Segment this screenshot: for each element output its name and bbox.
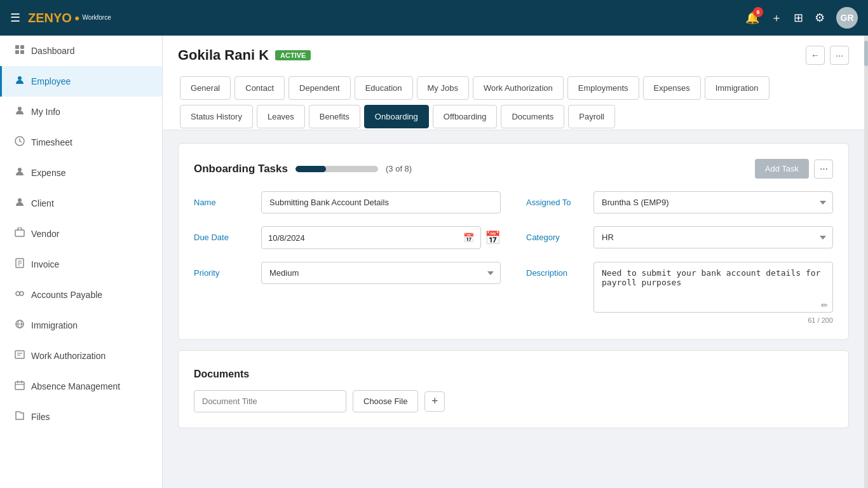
sidebar-label-immigration: Immigration: [31, 320, 78, 330]
invoice-icon: [15, 258, 25, 271]
tab-immigration[interactable]: Immigration: [705, 76, 770, 100]
sidebar-item-files[interactable]: Files: [0, 402, 162, 432]
tab-expenses[interactable]: Expenses: [643, 76, 701, 100]
sidebar-item-dashboard[interactable]: Dashboard: [0, 36, 162, 66]
char-count: 61 / 200: [593, 316, 833, 324]
hamburger-menu-icon[interactable]: ☰: [10, 11, 20, 25]
tab-employments[interactable]: Employments: [567, 76, 639, 100]
description-label: Description: [526, 262, 583, 278]
sidebar-item-work-authorization[interactable]: Work Authorization: [0, 341, 162, 371]
sidebar-label-files: Files: [31, 412, 50, 422]
add-document-button[interactable]: +: [424, 391, 445, 412]
immigration-icon: [15, 319, 25, 332]
sidebar-item-immigration[interactable]: Immigration: [0, 310, 162, 341]
notification-icon[interactable]: 🔔 6: [745, 11, 759, 25]
sidebar-item-expense[interactable]: Expense: [0, 158, 162, 188]
back-button[interactable]: ←: [806, 46, 825, 65]
scrollbar-thumb: [864, 41, 868, 66]
svg-point-7: [18, 168, 22, 172]
sidebar-label-absence-management: Absence Management: [31, 381, 120, 391]
due-date-input[interactable]: [268, 233, 463, 243]
progress-label: (3 of 8): [386, 164, 412, 173]
priority-select[interactable]: Medium Low High: [261, 262, 501, 284]
svg-point-15: [20, 292, 24, 295]
tab-general[interactable]: General: [180, 76, 231, 100]
tabs-row-1: General Contact Dependent Education My J…: [178, 72, 849, 101]
assigned-to-select[interactable]: Bruntha S (EMP9): [593, 191, 833, 214]
documents-section: Documents Choose File +: [194, 369, 833, 412]
tab-contact[interactable]: Contact: [234, 76, 285, 100]
onboarding-card: Onboarding Tasks (3 of 8) Add Task ⋯: [178, 143, 849, 340]
tab-documents[interactable]: Documents: [501, 105, 564, 128]
tab-education[interactable]: Education: [355, 76, 413, 100]
name-input[interactable]: [261, 191, 501, 214]
assigned-to-label: Assigned To: [526, 191, 583, 207]
tab-work-authorization[interactable]: Work Authorization: [473, 76, 564, 100]
document-title-input[interactable]: [194, 390, 346, 412]
vendor-icon: [15, 227, 25, 240]
tab-benefits[interactable]: Benefits: [309, 105, 360, 128]
sidebar-item-myinfo[interactable]: My Info: [0, 97, 162, 127]
right-scrollbar: [864, 36, 868, 488]
employee-name: Gokila Rani K: [178, 47, 269, 64]
svg-point-4: [18, 76, 22, 80]
sidebar-item-client[interactable]: Client: [0, 188, 162, 219]
sidebar-item-absence-management[interactable]: Absence Management: [0, 371, 162, 402]
logo-workforce-text: Workforce: [82, 15, 111, 21]
tab-offboarding[interactable]: Offboarding: [433, 105, 498, 128]
user-avatar[interactable]: GR: [836, 7, 858, 29]
description-row: Description Need to submit your bank acc…: [526, 262, 833, 324]
name-field-row: Name: [194, 191, 501, 214]
sidebar-item-timesheet[interactable]: Timesheet: [0, 127, 162, 158]
calendar-blue-icon[interactable]: 📅: [485, 230, 501, 245]
progress-bar-fill: [295, 166, 326, 172]
name-label: Name: [194, 191, 251, 207]
svg-rect-0: [15, 45, 19, 49]
sidebar-label-employee: Employee: [31, 76, 71, 86]
tab-status-history[interactable]: Status History: [180, 105, 253, 128]
sidebar-item-employee[interactable]: Employee: [0, 66, 162, 97]
sidebar-label-timesheet: Timesheet: [31, 137, 72, 147]
date-input-wrap: 📅 📅: [261, 226, 501, 249]
tab-payroll[interactable]: Payroll: [568, 105, 615, 128]
files-icon: [15, 410, 25, 423]
documents-card: Documents Choose File +: [178, 350, 849, 428]
documents-title: Documents: [194, 369, 833, 380]
choose-file-button[interactable]: Choose File: [353, 390, 418, 412]
more-options-btn[interactable]: ⋯: [814, 159, 833, 179]
tab-onboarding[interactable]: Onboarding: [364, 105, 429, 128]
add-task-button[interactable]: Add Task: [755, 159, 809, 179]
apps-grid-icon[interactable]: ⊞: [794, 11, 803, 25]
tab-dependent[interactable]: Dependent: [288, 76, 351, 100]
due-date-label: Due Date: [194, 226, 251, 242]
description-textarea[interactable]: Need to submit your bank account details…: [593, 262, 833, 313]
priority-label: Priority: [194, 262, 251, 278]
calendar-icon: 📅: [463, 233, 474, 243]
sidebar-item-accounts-payable[interactable]: Accounts Payable: [0, 280, 162, 310]
top-navigation: ☰ ZENYO ● Workforce 🔔 6 ＋ ⊞ ⚙ GR: [0, 0, 868, 36]
assigned-to-row: Assigned To Bruntha S (EMP9): [526, 191, 833, 214]
tab-myjobs[interactable]: My Jobs: [417, 76, 469, 100]
more-options-button[interactable]: ···: [830, 46, 849, 65]
myinfo-icon: [15, 105, 25, 118]
accounts-payable-icon: [15, 288, 25, 301]
svg-point-8: [18, 198, 22, 202]
work-authorization-icon: [15, 349, 25, 362]
sidebar-item-vendor[interactable]: Vendor: [0, 219, 162, 249]
svg-rect-19: [15, 351, 24, 358]
sidebar-label-dashboard: Dashboard: [31, 46, 75, 56]
page-title-area: Gokila Rani K ACTIVE: [178, 47, 311, 64]
settings-icon[interactable]: ⚙: [815, 11, 825, 25]
sidebar-label-work-authorization: Work Authorization: [31, 351, 105, 361]
document-upload-row: Choose File +: [194, 390, 833, 412]
category-select[interactable]: HR: [593, 226, 833, 248]
sidebar-label-client: Client: [31, 198, 54, 208]
add-icon[interactable]: ＋: [771, 10, 782, 25]
onboarding-header: Onboarding Tasks (3 of 8) Add Task ⋯: [194, 159, 833, 179]
sidebar-label-accounts-payable: Accounts Payable: [31, 290, 102, 300]
description-wrap: Need to submit your bank account details…: [593, 262, 833, 315]
priority-row: Priority Medium Low High: [194, 262, 501, 324]
app-logo: ZENYO ● Workforce: [28, 11, 111, 25]
sidebar-item-invoice[interactable]: Invoice: [0, 249, 162, 280]
tab-leaves[interactable]: Leaves: [257, 105, 305, 128]
